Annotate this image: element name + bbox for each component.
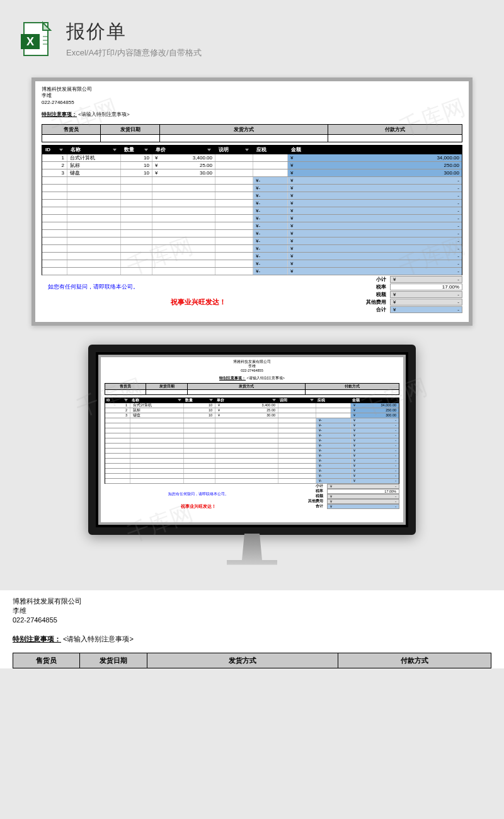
dropdown-icon [113,149,117,151]
table-row: ¥-¥- [42,222,462,230]
table-row: ¥-¥- [105,428,399,433]
table-row: ¥-¥- [105,454,399,459]
shipping-info-table: 售货员发货日期发货方式付款方式 [13,653,491,668]
monitor-mockup: 博雅科技发展有限公司李维022-27464855特别注意事项： <请输入特别注意… [88,345,416,564]
total-subtotal: 小计¥- [292,484,399,489]
table-row: 2鼠标10¥25.00¥250.00 [42,162,462,169]
table-row: ¥-¥- [42,253,462,260]
company-info: 博雅科技发展有限公司李维022-27464855 [42,86,462,106]
monitor-stand [227,534,277,565]
notice-row: 特别注意事项： <请输入特别注意事项> [105,376,399,381]
total-total: 合计¥- [292,504,399,509]
dropdown-icon [59,149,63,151]
table-row: ¥-¥- [105,474,399,479]
table-row: ¥-¥- [105,459,399,464]
table-row: ¥-¥- [42,268,462,275]
dropdown-icon [124,399,128,401]
company-contact: 李维 [13,606,491,616]
total-taxrate: 税率17.00% [292,489,399,494]
notice-row: 特别注意事项： <请输入特别注意事项> [42,111,462,118]
shipping-info-table: 售货员发货日期发货方式付款方式 [105,383,399,395]
table-row: ¥-¥- [42,185,462,192]
dropdown-icon [245,149,249,151]
table-row: ¥-¥- [105,449,399,454]
total-other: 其他费用¥- [355,298,462,306]
contact-message: 如您有任何疑问，请即联络本公司。 [111,491,286,497]
totals-section: 如您有任何疑问，请即联络本公司。祝事业兴旺发达！小计¥-税率17.00%税额¥-… [105,484,399,520]
table-row: ¥-¥- [42,230,462,238]
table-row: ¥-¥- [42,238,462,245]
notice-row: 特别注意事项： <请输入特别注意事项> [13,634,491,644]
wish-message: 祝事业兴旺发达！ [48,297,349,307]
svg-text:X: X [26,35,34,48]
cropped-preview: 博雅科技发展有限公司李维022-27464855特别注意事项： <请输入特别注意… [0,590,504,668]
page-subtitle: Excel/A4打印/内容随意修改/自带格式 [66,47,485,59]
company-phone: 022-27464855 [13,616,491,625]
table-row: ¥-¥- [105,479,399,484]
table-row: ¥-¥- [105,469,399,474]
table-row: ¥-¥- [42,207,462,215]
shipping-info-table: 售货员发货日期发货方式付款方式 [42,124,462,142]
dropdown-icon [178,399,181,401]
items-table-body: 1台式计算机10¥3,400.00¥34,000.002鼠标10¥25.00¥2… [42,154,462,275]
company-contact: 李维 [105,364,399,369]
table-row: 3键盘10¥30.00¥300.00 [105,413,399,418]
total-taxrate: 税率17.00% [355,283,462,290]
items-table-header: ID名称数量单价说明应税金额 [105,398,399,403]
company-phone: 022-27464855 [105,369,399,373]
header: X 报价单 Excel/A4打印/内容随意修改/自带格式 [0,13,504,71]
dropdown-icon [207,149,211,151]
totals-section: 如您有任何疑问，请即联络本公司。祝事业兴旺发达！小计¥-税率17.00%税额¥-… [42,275,462,317]
company-name: 博雅科技发展有限公司 [13,597,491,606]
table-row: 1台式计算机10¥3,400.00¥34,000.00 [105,403,399,408]
table-row: ¥-¥- [105,464,399,469]
table-row: ¥-¥- [105,423,399,428]
company-name: 博雅科技发展有限公司 [42,86,462,93]
table-row: ¥-¥- [42,245,462,253]
total-other: 其他费用¥- [292,499,399,504]
total-total: 合计¥- [355,306,462,313]
company-contact: 李维 [42,93,462,99]
company-info: 博雅科技发展有限公司李维022-27464855 [105,360,399,373]
dropdown-icon [144,149,148,151]
table-row: ¥-¥- [105,438,399,444]
items-table-header: ID名称数量单价说明应税金额 [42,145,462,154]
table-row: ¥-¥- [42,192,462,200]
table-row: ¥-¥- [42,177,462,185]
total-taxamt: 税额¥- [355,290,462,298]
template-preview-card: 博雅科技发展有限公司李维022-27464855特别注意事项： <请输入特别注意… [32,77,472,326]
contact-message: 如您有任何疑问，请即联络本公司。 [48,283,349,291]
quote-document: 博雅科技发展有限公司李维022-27464855特别注意事项： <请输入特别注意… [35,81,469,322]
dropdown-icon [272,399,276,401]
table-row: ¥-¥- [42,215,462,222]
dropdown-icon [310,399,314,401]
table-row: 3键盘10¥30.00¥300.00 [42,169,462,177]
table-row: ¥-¥- [42,260,462,268]
table-row: ¥-¥- [105,418,399,423]
page-title: 报价单 [66,19,485,45]
excel-file-icon: X [19,20,57,58]
wish-message: 祝事业兴旺发达！ [111,503,286,510]
table-row: ¥-¥- [42,200,462,207]
table-row: 2鼠标10¥25.00¥250.00 [105,408,399,413]
dropdown-icon [209,399,213,401]
total-subtotal: 小计¥- [355,275,462,283]
table-row: ¥-¥- [105,444,399,449]
items-table-body: 1台式计算机10¥3,400.00¥34,000.002鼠标10¥25.00¥2… [105,403,399,484]
total-taxamt: 税额¥- [292,494,399,499]
company-phone: 022-27464855 [42,100,462,106]
table-row: ¥-¥- [105,433,399,438]
company-info: 博雅科技发展有限公司李维022-27464855 [13,597,491,626]
table-row: 1台式计算机10¥3,400.00¥34,000.00 [42,154,462,162]
quote-document-monitor: 博雅科技发展有限公司李维022-27464855特别注意事项： <请输入特别注意… [101,357,403,522]
